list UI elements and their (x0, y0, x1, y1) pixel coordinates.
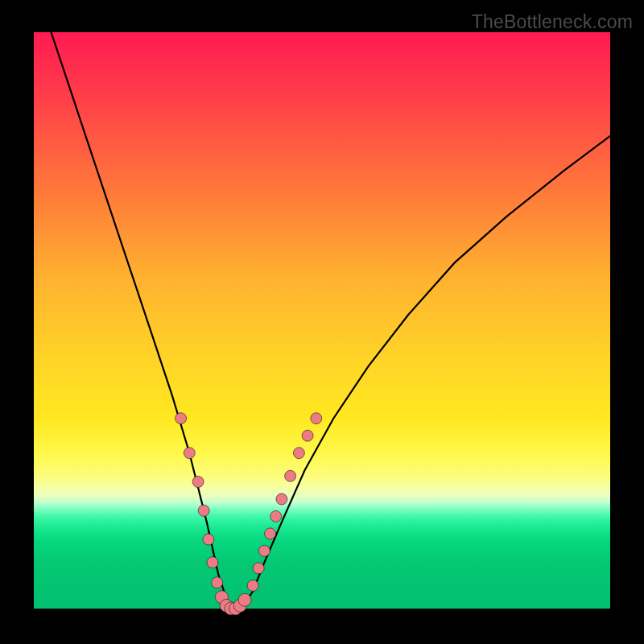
marker-point (184, 448, 195, 459)
watermark-text: TheBottleneck.com (472, 11, 633, 33)
marker-point (247, 580, 258, 591)
marker-point (175, 413, 187, 424)
marker-point (253, 563, 264, 574)
marker-point (238, 593, 251, 606)
marker-point (270, 510, 282, 522)
marker-point (258, 545, 270, 556)
marker-point (293, 448, 304, 459)
marker-point (285, 470, 296, 481)
chart-svg (34, 32, 610, 609)
marker-point (311, 413, 322, 424)
marker-point (265, 528, 276, 539)
marker-group (175, 413, 322, 615)
marker-point (203, 534, 214, 545)
marker-point (192, 477, 204, 488)
marker-point (198, 505, 209, 516)
marker-point (302, 430, 313, 441)
bottleneck-curve (34, 0, 610, 609)
marker-point (276, 493, 287, 505)
marker-point (207, 557, 218, 568)
marker-point (212, 577, 223, 588)
